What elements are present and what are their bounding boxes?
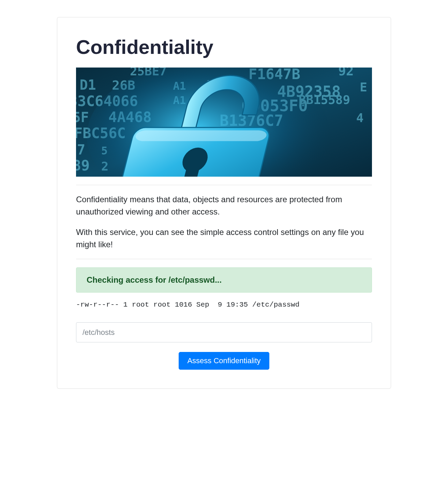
description-paragraph-2: With this service, you can see the simpl… — [76, 226, 372, 251]
divider — [76, 259, 372, 259]
svg-text:E: E — [360, 80, 367, 94]
divider — [76, 185, 372, 185]
confidentiality-card: Confidentiality — [57, 17, 391, 389]
file-path-field-group — [76, 322, 372, 342]
hero-lock-image: 25BE7 F1647B 92 D1 26B A1 A2 4B92358 E 8… — [76, 68, 372, 177]
command-output: -rw-r--r-- 1 root root 1016 Sep 9 19:35 … — [76, 301, 372, 309]
assess-confidentiality-button[interactable]: Assess Confidentiality — [179, 352, 269, 370]
file-path-input[interactable] — [76, 322, 372, 342]
svg-text:4: 4 — [356, 111, 364, 125]
svg-text:27: 27 — [76, 142, 85, 158]
status-alert-heading: Checking access for /etc/passwd... — [87, 275, 361, 285]
svg-rect-28 — [134, 130, 268, 141]
svg-text:89: 89 — [76, 157, 90, 174]
page-title: Confidentiality — [76, 36, 372, 58]
submit-row: Assess Confidentiality — [76, 352, 372, 370]
svg-text:92: 92 — [338, 68, 354, 78]
description-paragraph-1: Confidentiality means that data, objects… — [76, 193, 372, 218]
svg-text:D1: D1 — [80, 77, 96, 93]
status-alert: Checking access for /etc/passwd... — [76, 267, 372, 293]
description: Confidentiality means that data, objects… — [76, 193, 372, 251]
svg-text:5F: 5F — [76, 109, 89, 125]
